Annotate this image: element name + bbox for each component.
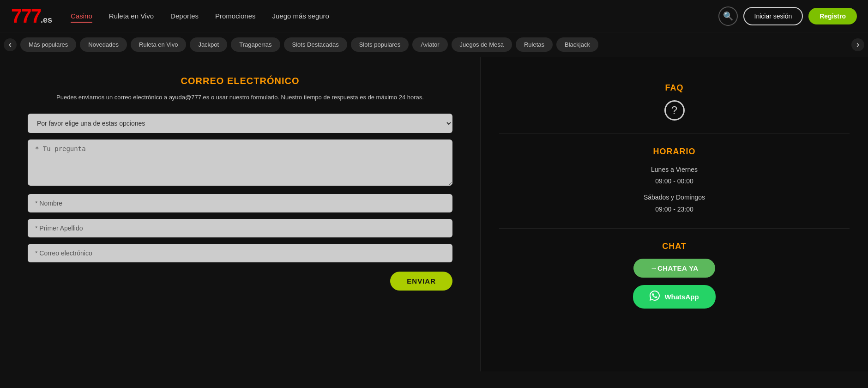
nav-juego-seguro[interactable]: Juego más seguro (272, 12, 329, 20)
search-button[interactable]: 🔍 (718, 6, 738, 26)
logo-777: 777 (11, 5, 41, 27)
main-content: CORREO ELECTRÓNICO Puedes enviarnos un c… (0, 57, 868, 371)
logo-es: .es (41, 15, 52, 25)
question-textarea[interactable] (28, 139, 452, 186)
weekends-label: Sábados y Domingos (499, 192, 850, 203)
chatea-ya-button[interactable]: →CHATEA YA (633, 259, 715, 278)
cat-ruletas[interactable]: Ruletas (516, 37, 553, 52)
sidebar: FAQ ? HORARIO Lunes a Viernes 09:00 - 00… (480, 57, 868, 371)
cat-tabs: Más populares Novedades Ruleta en Vivo J… (17, 37, 851, 52)
category-bar: ‹ Más populares Novedades Ruleta en Vivo… (0, 32, 868, 57)
register-button[interactable]: Registro (808, 8, 857, 24)
submit-row: ENVIAR (28, 272, 452, 291)
faq-icon[interactable]: ? (664, 100, 685, 121)
form-area: CORREO ELECTRÓNICO Puedes enviarnos un c… (0, 57, 480, 371)
cat-ruleta-vivo[interactable]: Ruleta en Vivo (131, 37, 186, 52)
nav-deportes[interactable]: Deportes (170, 12, 199, 20)
email-input[interactable] (28, 244, 452, 262)
nav-ruleta-vivo[interactable]: Ruleta en Vivo (109, 12, 154, 20)
cat-blackjack[interactable]: Blackjack (556, 37, 598, 52)
weekdays-hours: 09:00 - 00:00 (499, 176, 850, 187)
nav-right: 🔍 Iniciar sesión Registro (718, 6, 857, 26)
faq-section: FAQ ? (499, 70, 850, 134)
cat-tragaperras[interactable]: Tragaperras (231, 37, 280, 52)
faq-title: FAQ (499, 83, 850, 93)
whatsapp-label: WhatsApp (664, 293, 699, 301)
hours-block: Lunes a Viernes 09:00 - 00:00 Sábados y … (499, 164, 850, 215)
login-button[interactable]: Iniciar sesión (743, 7, 803, 25)
form-title: CORREO ELECTRÓNICO (28, 76, 452, 86)
nav-promociones[interactable]: Promociones (215, 12, 256, 20)
horario-title: HORARIO (499, 147, 850, 157)
cat-slots-destacadas[interactable]: Slots Destacadas (284, 37, 347, 52)
logo[interactable]: 777 .es (11, 5, 52, 27)
whatsapp-icon (650, 291, 660, 303)
topic-select[interactable]: Por favor elige una de estas opciones (28, 114, 452, 133)
chat-title: CHAT (499, 242, 850, 251)
horario-section: HORARIO Lunes a Viernes 09:00 - 00:00 Sá… (499, 134, 850, 229)
cat-novedades[interactable]: Novedades (80, 37, 127, 52)
cat-aviator[interactable]: Aviator (412, 37, 447, 52)
cat-jackpot[interactable]: Jackpot (190, 37, 227, 52)
weekends-hours: 09:00 - 23:00 (499, 204, 850, 215)
cat-next-arrow[interactable]: › (851, 38, 864, 51)
cat-slots-populares[interactable]: Slots populares (351, 37, 409, 52)
cat-mas-populares[interactable]: Más populares (20, 37, 76, 52)
nav-links: Casino Ruleta en Vivo Deportes Promocion… (71, 12, 718, 20)
enviar-button[interactable]: ENVIAR (390, 272, 452, 291)
cat-juegos-mesa[interactable]: Juegos de Mesa (452, 37, 512, 52)
top-navigation: 777 .es Casino Ruleta en Vivo Deportes P… (0, 0, 868, 32)
name-input[interactable] (28, 194, 452, 212)
chat-section: CHAT →CHATEA YA WhatsApp (499, 229, 850, 321)
cat-prev-arrow[interactable]: ‹ (4, 38, 17, 51)
nav-casino[interactable]: Casino (71, 12, 92, 23)
search-icon: 🔍 (723, 11, 733, 21)
lastname-input[interactable] (28, 219, 452, 237)
weekdays-label: Lunes a Viernes (499, 164, 850, 176)
whatsapp-button[interactable]: WhatsApp (633, 285, 715, 309)
form-description: Puedes enviarnos un correo electrónico a… (28, 94, 452, 101)
